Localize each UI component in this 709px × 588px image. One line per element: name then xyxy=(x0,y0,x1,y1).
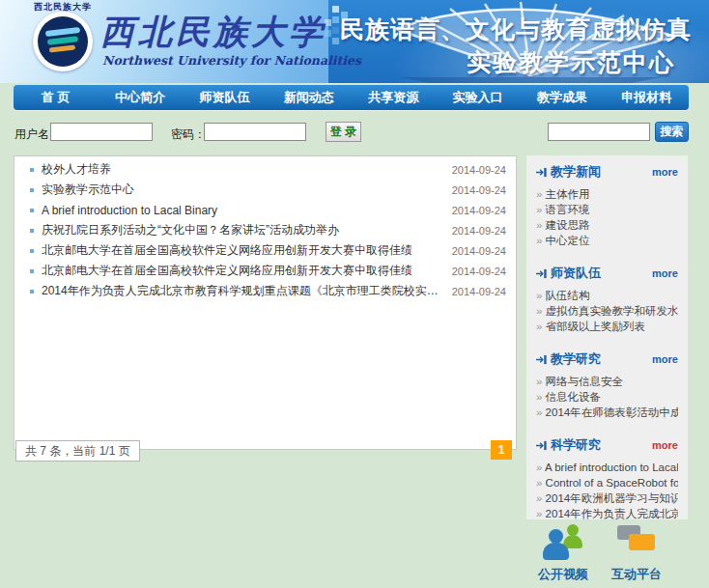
nav-item-home[interactable]: 首 页 xyxy=(14,85,98,110)
sidebar-item-link[interactable]: 2014年在师德表彰活动中成绩显著被 xyxy=(536,405,678,420)
news-row: 北京邮电大学在首届全国高校软件定义网络应用创新开发大赛中取得佳绩 2014-09… xyxy=(14,261,516,281)
news-title-link[interactable]: 校外人才培养 xyxy=(42,161,442,178)
bullet-square-icon xyxy=(30,269,34,273)
news-date: 2014-09-24 xyxy=(452,205,506,216)
double-arrow-icon xyxy=(536,462,545,473)
sidebar-section-faculty: 师资队伍 more 队伍结构 虚拟仿真实验教学和研发水平 省部级以上奖励列表 xyxy=(536,265,678,334)
bullet-square-icon xyxy=(30,209,34,212)
sidebar-item-link[interactable]: 虚拟仿真实验教学和研发水平 xyxy=(536,303,678,319)
public-video-icon xyxy=(542,524,584,561)
nav-item-application-materials[interactable]: 申报材料 xyxy=(605,85,689,110)
double-arrow-icon xyxy=(536,235,546,246)
pixel-decoration xyxy=(332,6,339,13)
header-banner: 西北民族大学 西北民族大学 Northwest University for N… xyxy=(0,0,709,83)
search-button[interactable]: 搜索 xyxy=(655,122,689,142)
banner-title-line2: 实验教学示范中心 xyxy=(467,46,675,78)
sidebar-section-title[interactable]: 教学新闻 xyxy=(536,163,601,181)
username-input[interactable] xyxy=(50,123,153,141)
double-arrow-icon xyxy=(536,290,546,301)
banner-title-line1: 民族语言、文化与教育虚拟仿真 xyxy=(340,14,692,45)
news-title-link[interactable]: 庆祝孔院日系列活动之“文化中国？名家讲坛”活动成功举办 xyxy=(42,222,442,238)
sidebar-item-link[interactable]: 主体作用 xyxy=(536,186,678,202)
section-arrow-icon xyxy=(536,268,547,279)
double-arrow-icon xyxy=(536,219,546,231)
sidebar-item-link[interactable]: Control of a SpaceRobot for Capt xyxy=(536,475,678,490)
double-arrow-icon xyxy=(536,376,546,387)
bullet-square-icon xyxy=(30,290,34,294)
bullet-square-icon xyxy=(30,188,34,192)
password-input[interactable] xyxy=(204,123,306,141)
sidebar-item-link[interactable]: 网络与信息安全 xyxy=(536,374,678,389)
news-date: 2014-09-24 xyxy=(452,266,506,277)
university-name-zh: 西北民族大学 xyxy=(100,10,326,55)
interactive-platform-icon xyxy=(615,524,658,561)
news-title-link[interactable]: 北京邮电大学在首届全国高校软件定义网络应用创新开发大赛中取得佳绩 xyxy=(42,263,442,279)
double-arrow-icon xyxy=(536,492,546,504)
search-input[interactable] xyxy=(548,123,650,141)
news-row: 2014年作为负责人完成北京市教育科学规划重点课题《北京市理工类院校实验教师队伍… xyxy=(14,281,516,301)
news-title-link[interactable]: 实验教学示范中心 xyxy=(42,182,442,198)
section-arrow-icon xyxy=(536,440,547,451)
sidebar-section-scientific-research: 科学研究 more A brief introduction to Lacal … xyxy=(536,436,678,521)
sidebar-item-link[interactable]: 建设思路 xyxy=(536,217,678,233)
news-title-link[interactable]: 2014年作为负责人完成北京市教育科学规划重点课题《北京市理工类院校实验教师队伍… xyxy=(42,283,442,299)
section-arrow-icon xyxy=(536,354,547,365)
sidebar-section-title[interactable]: 教学研究 xyxy=(536,350,601,368)
sidebar-item-link[interactable]: 队伍结构 xyxy=(536,288,678,303)
sidebar-section-title[interactable]: 科学研究 xyxy=(536,436,601,454)
sidebar-section-teaching-news: 教学新闻 more 主体作用 语言环境 建设思路 中心定位 xyxy=(536,163,678,248)
university-name-en: Northwest University for Nationalities xyxy=(102,53,361,68)
sidebar-item-link[interactable]: 2014年作为负责人完成北京市教育科 xyxy=(536,506,678,521)
sidebar-item-link[interactable]: 2014年欧洲机器学习与知识发现国际 xyxy=(536,490,678,506)
pagination-summary: 共 7 条，当前 1/1 页 xyxy=(15,440,140,462)
news-row: 北京邮电大学在首届全国高校软件定义网络应用创新开发大赛中取得佳绩 2014-09… xyxy=(14,240,516,261)
double-arrow-icon xyxy=(536,204,546,215)
public-video-label: 公开视频 xyxy=(538,566,588,583)
university-logo[interactable] xyxy=(33,12,93,71)
news-row: 庆祝孔院日系列活动之“文化中国？名家讲坛”活动成功举办 2014-09-24 xyxy=(14,220,516,240)
nav-item-shared-resources[interactable]: 共享资源 xyxy=(352,85,436,110)
more-link[interactable]: more xyxy=(652,267,678,279)
double-arrow-icon xyxy=(536,305,546,317)
more-link[interactable]: more xyxy=(652,166,678,178)
interactive-platform-link[interactable]: 互动平台 xyxy=(611,524,662,583)
sidebar-item-link[interactable]: 语言环境 xyxy=(536,202,678,217)
double-arrow-icon xyxy=(536,508,546,519)
nav-item-experiment-entry[interactable]: 实验入口 xyxy=(436,85,520,110)
page-1-button[interactable]: 1 xyxy=(491,440,512,460)
sidebar-section-teaching-research: 教学研究 more 网络与信息安全 信息化设备 2014年在师德表彰活动中成绩显… xyxy=(536,350,678,420)
bullet-square-icon xyxy=(30,168,34,172)
sidebar-item-link[interactable]: 信息化设备 xyxy=(536,389,678,405)
nav-item-faculty[interactable]: 师资队伍 xyxy=(183,85,267,110)
bullet-square-icon xyxy=(30,249,34,253)
news-date: 2014-09-24 xyxy=(452,164,506,176)
nav-item-center-intro[interactable]: 中心简介 xyxy=(98,85,182,110)
news-title-link[interactable]: A brief introduction to Lacal Binary xyxy=(42,204,442,217)
nav-item-teaching-results[interactable]: 教学成果 xyxy=(520,85,604,110)
news-date: 2014-09-24 xyxy=(452,184,506,196)
news-row: 实验教学示范中心 2014-09-24 xyxy=(14,180,516,200)
sidebar-section-title[interactable]: 师资队伍 xyxy=(536,265,601,282)
double-arrow-icon xyxy=(536,406,546,418)
news-list-panel: 校外人才培养 2014-09-24 实验教学示范中心 2014-09-24 A … xyxy=(14,155,517,450)
more-link[interactable]: more xyxy=(652,353,678,365)
more-link[interactable]: more xyxy=(652,439,678,451)
main-navigation: 首 页 中心简介 师资队伍 新闻动态 共享资源 实验入口 教学成果 申报材料 xyxy=(14,85,689,110)
sidebar: 教学新闻 more 主体作用 语言环境 建设思路 中心定位 师资队伍 more … xyxy=(526,155,688,519)
news-title-link[interactable]: 北京邮电大学在首届全国高校软件定义网络应用创新开发大赛中取得佳绩 xyxy=(42,242,442,259)
university-logo-emblem-icon xyxy=(38,16,88,67)
news-date: 2014-09-24 xyxy=(452,225,506,237)
section-arrow-icon xyxy=(536,167,547,178)
sidebar-item-link[interactable]: A brief introduction to Lacal Bi xyxy=(536,460,678,475)
news-row: A brief introduction to Lacal Binary 201… xyxy=(14,200,516,220)
double-arrow-icon xyxy=(536,188,546,200)
sidebar-item-link[interactable]: 省部级以上奖励列表 xyxy=(536,319,678,334)
news-date: 2014-09-24 xyxy=(452,245,506,257)
news-row: 校外人才培养 2014-09-24 xyxy=(14,159,516,180)
login-button[interactable]: 登 录 xyxy=(326,122,361,142)
double-arrow-icon xyxy=(536,391,546,403)
nav-item-news[interactable]: 新闻动态 xyxy=(267,85,351,110)
footer-links: 公开视频 互动平台 xyxy=(526,524,702,583)
sidebar-item-link[interactable]: 中心定位 xyxy=(536,233,678,248)
public-video-link[interactable]: 公开视频 xyxy=(538,524,588,583)
